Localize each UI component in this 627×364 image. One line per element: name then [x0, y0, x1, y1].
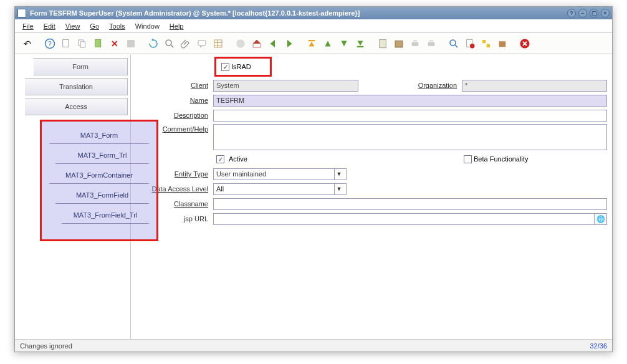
svg-rect-22	[429, 40, 433, 43]
svg-line-24	[455, 45, 457, 47]
window-title: Form TESFRM SuperUser (System Administra…	[30, 9, 567, 17]
svg-rect-15	[309, 40, 315, 41]
client-field[interactable]	[213, 80, 358, 92]
menu-tools[interactable]: Tools	[105, 21, 129, 31]
maximize-window-button[interactable]: ▢	[590, 9, 598, 17]
israd-highlight-box: IsRAD	[214, 57, 272, 77]
svg-rect-19	[412, 42, 419, 46]
last-record-icon[interactable]	[353, 36, 368, 51]
tab-access[interactable]: Access	[25, 98, 128, 115]
zoom-icon[interactable]	[446, 36, 461, 51]
subtab-mat3-form-trl[interactable]: MAT3_Form_Trl	[55, 146, 149, 164]
save-icon[interactable]	[123, 36, 138, 51]
svg-text:?: ?	[48, 39, 52, 47]
nav-back-icon[interactable]	[266, 36, 280, 51]
home-icon[interactable]	[249, 36, 264, 51]
delete-red-icon[interactable]: ✕	[107, 36, 122, 51]
new-icon[interactable]	[59, 36, 74, 51]
subtab-mat3-fromfield-trl[interactable]: MAT3_FromField_Trl	[62, 206, 149, 224]
sidebar: Form Translation Access MAT3_Form MAT3_F…	[15, 54, 131, 339]
nav-forward-icon[interactable]	[282, 36, 297, 51]
menu-help[interactable]: Help	[166, 21, 188, 31]
delete-icon[interactable]	[91, 36, 106, 51]
israd-checkbox[interactable]	[221, 63, 229, 71]
active-label: Active	[229, 155, 247, 163]
menu-bar: File Edit View Go Tools Window Help	[15, 19, 612, 33]
status-bar: Changes ignored 32/36	[15, 339, 612, 352]
menu-view[interactable]: View	[62, 21, 84, 31]
svg-rect-4	[80, 42, 85, 47]
title-bar: Form TESFRM SuperUser (System Administra…	[15, 7, 612, 19]
svg-rect-17	[380, 39, 386, 48]
help-icon[interactable]: ?	[42, 36, 57, 51]
entity-type-value: User maintained	[216, 170, 266, 178]
refresh-icon[interactable]	[146, 36, 161, 51]
beta-checkbox[interactable]	[464, 155, 472, 163]
svg-line-8	[171, 45, 173, 47]
name-field[interactable]	[213, 95, 607, 107]
organization-label: Organization	[388, 82, 459, 89]
print-icon[interactable]	[408, 36, 423, 51]
svg-rect-2	[63, 39, 69, 47]
svg-rect-6	[127, 40, 135, 47]
jsp-url-field[interactable]	[213, 213, 595, 225]
minimize-window-button[interactable]: –	[578, 9, 587, 17]
next-record-icon[interactable]	[337, 36, 352, 51]
first-record-icon[interactable]	[304, 36, 319, 51]
entity-type-select[interactable]: User maintained ▼	[213, 168, 347, 180]
product-icon[interactable]	[495, 36, 510, 51]
help-window-button[interactable]: ?	[567, 9, 576, 17]
svg-rect-10	[214, 40, 222, 47]
status-message: Changes ignored	[20, 342, 72, 350]
search-icon[interactable]	[162, 36, 177, 51]
data-access-value: All	[216, 185, 224, 193]
chat-icon[interactable]	[194, 36, 209, 51]
highlighted-tabs-box: MAT3_Form MAT3_Form_Trl MAT3_FormContain…	[40, 120, 158, 241]
svg-rect-20	[413, 40, 417, 43]
menu-go[interactable]: Go	[86, 21, 103, 31]
report-icon[interactable]	[375, 36, 390, 51]
tab-translation[interactable]: Translation	[25, 78, 128, 95]
svg-rect-9	[198, 40, 206, 45]
classname-field[interactable]	[213, 198, 607, 210]
menu-file[interactable]: File	[19, 21, 37, 31]
svg-rect-27	[482, 40, 486, 43]
subtab-mat3-form[interactable]: MAT3_Form	[49, 127, 149, 144]
prev-record-icon[interactable]	[320, 36, 335, 51]
print2-icon[interactable]	[424, 36, 439, 51]
attachment-icon[interactable]	[178, 36, 193, 51]
svg-rect-29	[499, 41, 506, 47]
globe-icon[interactable]: 🌐	[595, 213, 607, 225]
archive-icon[interactable]	[391, 36, 406, 51]
organization-field[interactable]	[462, 80, 607, 92]
subtab-mat3-formcontainer[interactable]: MAT3_FormContainer	[49, 166, 149, 184]
workflow-icon[interactable]	[479, 36, 494, 51]
svg-rect-5	[95, 39, 101, 47]
svg-point-23	[450, 40, 456, 46]
tab-form[interactable]: Form	[34, 58, 128, 75]
israd-label: IsRAD	[231, 63, 251, 70]
svg-rect-28	[487, 44, 490, 47]
svg-rect-16	[357, 46, 364, 47]
copy-icon[interactable]	[75, 36, 90, 51]
data-access-select[interactable]: All ▼	[213, 183, 347, 195]
comment-field[interactable]	[213, 124, 607, 150]
svg-point-14	[236, 39, 245, 48]
history-icon[interactable]	[233, 36, 248, 51]
form-area: IsRAD Client Organization Name Descripti…	[131, 54, 612, 339]
name-label: Name	[136, 97, 211, 104]
close-red-icon[interactable]	[517, 36, 532, 51]
close-window-button[interactable]: ×	[601, 9, 610, 17]
request-icon[interactable]	[462, 36, 477, 51]
menu-window[interactable]: Window	[132, 21, 163, 31]
beta-label: Beta Functionality	[474, 155, 528, 163]
active-checkbox[interactable]	[216, 155, 224, 163]
grid-icon[interactable]	[211, 36, 226, 51]
undo-icon[interactable]: ↶	[20, 36, 35, 51]
svg-point-26	[470, 44, 475, 49]
description-field[interactable]	[213, 110, 607, 122]
subtab-mat3-formfield[interactable]: MAT3_FormField	[55, 186, 149, 204]
app-icon	[17, 9, 26, 17]
toolbar: ↶ ? ✕	[15, 33, 612, 54]
menu-edit[interactable]: Edit	[40, 21, 59, 31]
